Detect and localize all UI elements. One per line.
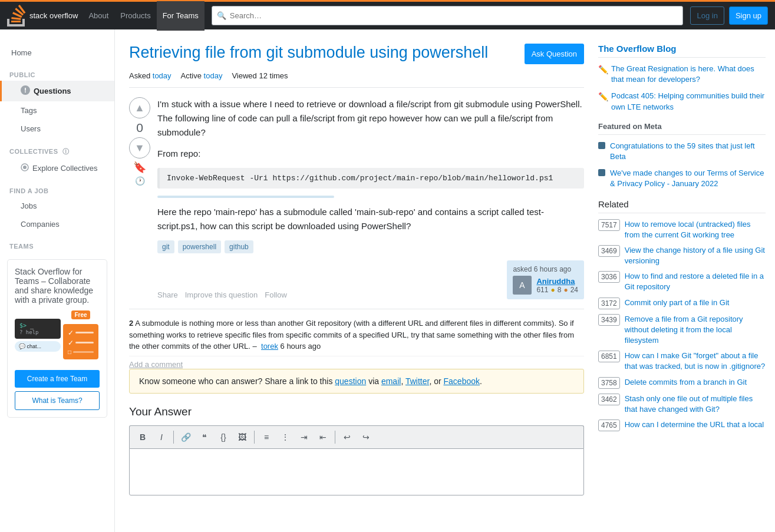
twitter-link[interactable]: Twitter	[405, 376, 429, 386]
page-wrap: Home PUBLIC Questions Tags Users COLLECT…	[0, 29, 775, 532]
meta-link-2[interactable]: We've made changes to our Terms of Servi…	[610, 168, 766, 189]
blog-link-1[interactable]: The Great Resignation is here. What does…	[611, 64, 766, 85]
share-link[interactable]: Share	[157, 290, 178, 299]
post-layout: ▲ 0 ▼ 🔖 🕐 I'm stuck with a issue where I…	[129, 97, 584, 299]
nav-for-teams[interactable]: For Teams	[157, 1, 205, 31]
sidebar-item-jobs[interactable]: Jobs	[0, 197, 114, 215]
auth-buttons: Log in Sign up	[690, 6, 768, 25]
toolbar-redo[interactable]: ↪	[358, 429, 374, 445]
related-link-4[interactable]: Remove a file from a Git repository with…	[625, 314, 766, 346]
comments-section: 2 A submodule is nothing more or less th…	[129, 309, 584, 369]
related-7: 3462 Stash only one file out of multiple…	[598, 394, 766, 415]
user-rep: 611	[536, 286, 548, 294]
post-actions: Share Improve this question Follow asked…	[157, 260, 584, 299]
related-4: 3439 Remove a file from a Git repository…	[598, 314, 766, 346]
vote-box-8: 4765	[598, 419, 620, 431]
collectives-label: COLLECTIVES ⓘ	[0, 138, 114, 158]
upvote-button[interactable]: ▲	[129, 97, 150, 118]
follow-link[interactable]: Follow	[265, 290, 287, 299]
facebook-link[interactable]: Facebook	[444, 376, 480, 386]
question-header: Retrieving file from git submodule using…	[129, 44, 584, 64]
add-comment-link[interactable]: Add a comment	[129, 360, 183, 369]
active-date-link[interactable]: today	[204, 71, 223, 80]
share-section: Know someone who can answer? Share a lin…	[129, 369, 584, 394]
improve-link[interactable]: Improve this question	[185, 290, 258, 299]
user-name-link[interactable]: Aniruddha	[536, 277, 575, 286]
toolbar-undo[interactable]: ↩	[339, 429, 355, 445]
teams-illustration: $> _ ? help 💬 chat... Free ✓ ✓ □	[15, 310, 100, 359]
questions-label: Questions	[34, 87, 71, 95]
email-link[interactable]: email	[381, 376, 401, 386]
logo[interactable]: stack overflow	[7, 5, 78, 27]
meta-link-1[interactable]: Congratulations to the 59 sites that jus…	[610, 141, 766, 162]
search-icon: 🔍	[217, 11, 226, 20]
sidebar-item-explore-collectives[interactable]: Explore Collectives	[0, 158, 114, 178]
comment-number: 2	[129, 319, 133, 328]
related-link-7[interactable]: Stash only one file out of multiple file…	[625, 394, 766, 415]
badge-gold: ●	[550, 286, 555, 294]
tag-github[interactable]: github	[225, 240, 253, 253]
toolbar-bold[interactable]: B	[134, 429, 151, 445]
bookmark-button[interactable]: 🔖	[133, 161, 146, 174]
toolbar-italic[interactable]: I	[153, 429, 170, 445]
related-link-5[interactable]: How can I make Git "forget" about a file…	[625, 351, 766, 372]
asked-user-text: asked 6 hours ago	[513, 265, 578, 273]
nav-products[interactable]: Products	[114, 1, 156, 31]
vote-box-6: 3758	[598, 377, 620, 389]
answer-title: Your Answer	[129, 405, 584, 418]
toolbar-link[interactable]: 🔗	[177, 429, 194, 445]
sidebar-item-users[interactable]: Users	[0, 120, 114, 138]
related-link-8[interactable]: How can I determine the URL that a local	[625, 419, 764, 430]
toolbar-indent[interactable]: ⇥	[296, 429, 312, 445]
nav-about[interactable]: About	[83, 1, 114, 31]
badge-bronze-count: 24	[570, 286, 578, 294]
related-title: Related	[598, 199, 766, 213]
related-1: 3469 View the change history of a file u…	[598, 245, 766, 266]
sidebar-item-companies[interactable]: Companies	[0, 215, 114, 233]
collectives-info-icon[interactable]: ⓘ	[62, 148, 70, 155]
viewed-meta: Viewed 12 times	[232, 71, 288, 80]
toolbar-sep-1	[173, 431, 174, 444]
related-5: 6851 How can I make Git "forget" about a…	[598, 351, 766, 372]
create-team-button[interactable]: Create a free Team	[15, 370, 100, 388]
related-link-6[interactable]: Delete commits from a branch in Git	[625, 377, 747, 388]
related-link-1[interactable]: View the change history of a file using …	[625, 245, 766, 266]
signup-button[interactable]: Sign up	[729, 6, 768, 25]
related-link-0[interactable]: How to remove local (untracked) files fr…	[625, 219, 766, 240]
search-input[interactable]	[230, 11, 678, 20]
comment-author[interactable]: torek	[261, 342, 278, 351]
history-button[interactable]: 🕐	[135, 176, 145, 186]
related-link-3[interactable]: Commit only part of a file in Git	[625, 298, 730, 308]
sidebar-item-tags[interactable]: Tags	[0, 101, 114, 120]
user-card: asked 6 hours ago A Aniruddha 611 ● 8	[507, 260, 584, 299]
blog-link-2[interactable]: Podcast 405: Helping communities build t…	[611, 91, 766, 112]
login-button[interactable]: Log in	[690, 6, 724, 25]
public-label: PUBLIC	[0, 62, 114, 81]
downvote-button[interactable]: ▼	[129, 137, 150, 158]
question-meta: Asked today Active today Viewed 12 times	[129, 71, 584, 88]
asked-date-link[interactable]: today	[153, 71, 172, 80]
post-body: I'm stuck with a issue where I need to r…	[157, 97, 584, 299]
collectives-icon	[21, 163, 29, 173]
toolbar-blockquote[interactable]: ❝	[196, 429, 213, 445]
featured-meta-title: Featured on Meta	[598, 122, 766, 135]
toolbar-unordered-list[interactable]: ⋮	[277, 429, 293, 445]
sidebar-item-questions[interactable]: Questions	[0, 81, 114, 101]
question-link[interactable]: question	[335, 376, 366, 386]
toolbar-outdent[interactable]: ⇤	[315, 429, 331, 445]
related-link-2[interactable]: How to find and restore a deleted file i…	[625, 271, 766, 292]
what-is-teams-button[interactable]: What is Teams?	[15, 391, 100, 410]
toolbar-ordered-list[interactable]: ≡	[258, 429, 275, 445]
tag-powershell[interactable]: powershell	[178, 240, 221, 253]
editor-area[interactable]	[129, 448, 584, 495]
ask-question-button[interactable]: Ask Question	[525, 44, 584, 64]
sidebar-item-home[interactable]: Home	[0, 44, 114, 62]
toolbar-image[interactable]: 🖼	[234, 429, 250, 445]
overflow-blog-title: The Overflow Blog	[598, 44, 766, 58]
tag-git[interactable]: git	[157, 240, 174, 253]
post-action-links: Share Improve this question Follow	[157, 290, 287, 299]
toolbar-code[interactable]: {}	[215, 429, 232, 445]
jobs-label: Jobs	[21, 201, 37, 210]
find-job-label: FIND A JOB	[0, 178, 114, 197]
vote-box-3: 3172	[598, 298, 620, 309]
